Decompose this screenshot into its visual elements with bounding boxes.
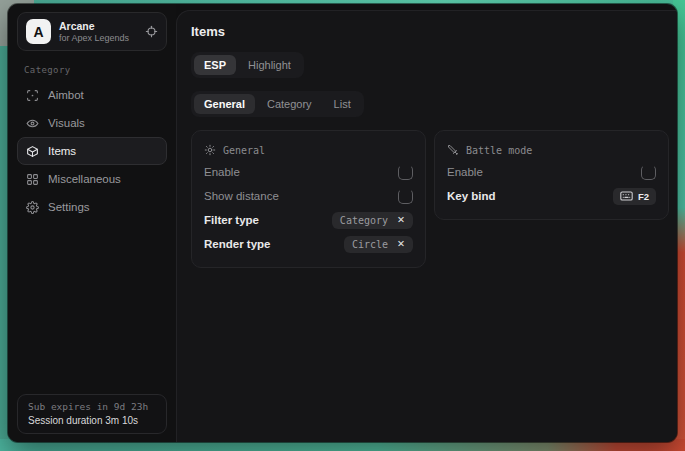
row-render-type: Render type Circle ✕ xyxy=(204,232,413,256)
tab-category[interactable]: Category xyxy=(257,94,322,114)
view-tabbar: General Category List xyxy=(191,91,364,117)
battle-enable-checkbox[interactable] xyxy=(641,165,656,180)
key-bind-badge[interactable]: F2 xyxy=(613,188,656,205)
sidebar-item-visuals[interactable]: Visuals xyxy=(17,109,167,137)
brand-text: Arcane for Apex Legends xyxy=(59,20,137,44)
main-content: Items ESP Highlight General Category Lis… xyxy=(176,10,677,442)
sidebar-item-aimbot[interactable]: Aimbot xyxy=(17,81,167,109)
row-label: Render type xyxy=(204,238,270,250)
gear-icon xyxy=(26,201,39,214)
panel-battle-mode: Battle mode Enable Key bind xyxy=(434,130,669,220)
tab-highlight[interactable]: Highlight xyxy=(238,55,301,75)
panels-row: General Enable Show distance Filter type… xyxy=(191,130,669,268)
render-type-value: Circle xyxy=(352,239,388,250)
app-subtitle: for Apex Legends xyxy=(59,33,137,44)
tab-general[interactable]: General xyxy=(194,94,255,114)
sidebar: A Arcane for Apex Legends Category xyxy=(8,4,176,442)
brand-card: A Arcane for Apex Legends xyxy=(17,12,167,51)
enable-checkbox[interactable] xyxy=(398,165,413,180)
panel-general: General Enable Show distance Filter type… xyxy=(191,130,426,268)
sidebar-item-settings[interactable]: Settings xyxy=(17,193,167,221)
tab-list[interactable]: List xyxy=(324,94,361,114)
grid-icon xyxy=(26,173,39,186)
tab-esp[interactable]: ESP xyxy=(194,55,236,75)
panel-general-header: General xyxy=(204,140,413,160)
keyboard-icon xyxy=(620,191,633,201)
eye-icon xyxy=(26,117,39,130)
app-name: Arcane xyxy=(59,20,137,32)
sidebar-item-label: Items xyxy=(48,145,76,157)
sword-icon xyxy=(447,144,459,156)
sidebar-item-label: Miscellaneous xyxy=(48,173,121,185)
panel-title: General xyxy=(223,145,265,156)
row-filter-type: Filter type Category ✕ xyxy=(204,208,413,232)
row-key-bind: Key bind F2 xyxy=(447,184,656,208)
row-enable: Enable xyxy=(204,160,413,184)
panel-battle-mode-header: Battle mode xyxy=(447,140,656,160)
row-label: Filter type xyxy=(204,214,259,226)
subscription-card: Sub expires in 9d 23h Session duration 3… xyxy=(17,394,167,434)
sidebar-nav: Aimbot Visuals Items xyxy=(17,81,167,221)
row-label: Show distance xyxy=(204,190,279,202)
row-battle-enable: Enable xyxy=(447,160,656,184)
row-show-distance: Show distance xyxy=(204,184,413,208)
row-label: Enable xyxy=(204,166,240,178)
sidebar-item-label: Visuals xyxy=(48,117,85,129)
target-icon[interactable] xyxy=(145,25,158,38)
sub-expires-text: Sub expires in 9d 23h xyxy=(28,400,156,414)
sidebar-item-miscellaneous[interactable]: Miscellaneous xyxy=(17,165,167,193)
package-icon xyxy=(26,145,39,158)
filter-type-select[interactable]: Category ✕ xyxy=(332,212,413,229)
mode-tabbar: ESP Highlight xyxy=(191,52,304,78)
render-type-select[interactable]: Circle ✕ xyxy=(344,236,413,253)
app-logo: A xyxy=(26,19,51,44)
filter-type-clear-icon[interactable]: ✕ xyxy=(397,215,405,225)
sidebar-item-label: Aimbot xyxy=(48,89,84,101)
key-bind-value: F2 xyxy=(638,191,649,202)
show-distance-checkbox[interactable] xyxy=(398,189,413,204)
session-duration-text: Session duration 3m 10s xyxy=(28,414,156,427)
sun-icon xyxy=(204,144,216,156)
sidebar-item-items[interactable]: Items xyxy=(17,137,167,165)
app-window: A Arcane for Apex Legends Category xyxy=(8,4,677,442)
render-type-clear-icon[interactable]: ✕ xyxy=(397,239,405,249)
row-label: Enable xyxy=(447,166,483,178)
page-title: Items xyxy=(191,24,669,39)
category-label: Category xyxy=(24,65,167,75)
row-label: Key bind xyxy=(447,190,496,202)
filter-type-value: Category xyxy=(340,215,388,226)
sidebar-item-label: Settings xyxy=(48,201,90,213)
crosshair-icon xyxy=(26,89,39,102)
panel-title: Battle mode xyxy=(466,145,532,156)
